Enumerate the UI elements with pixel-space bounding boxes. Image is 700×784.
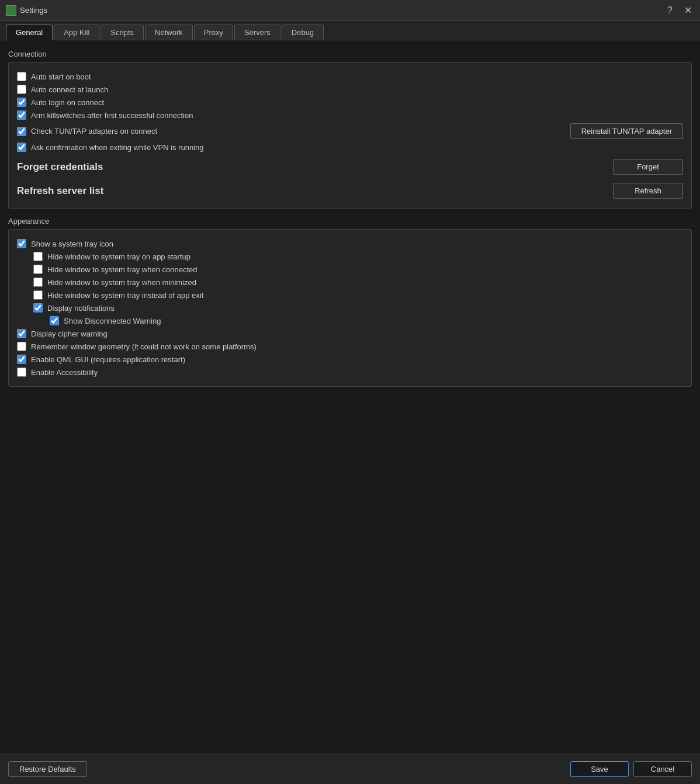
hide-when-connected-row: Hide window to system tray when connecte… (17, 265, 683, 274)
display-cipher-warning-checkbox[interactable] (17, 329, 26, 338)
ask-confirmation-checkbox[interactable] (17, 143, 26, 152)
save-button[interactable]: Save (570, 761, 629, 777)
arm-killswitches-checkbox[interactable] (17, 110, 26, 120)
hide-instead-of-exit-row: Hide window to system tray instead of ap… (17, 290, 683, 300)
show-disconnected-warning-checkbox[interactable] (50, 316, 59, 325)
close-button[interactable]: ✕ (682, 5, 694, 16)
tab-app-kill[interactable]: App Kill (54, 25, 99, 40)
hide-instead-of-exit-checkbox[interactable] (33, 290, 43, 300)
hide-when-minimized-row: Hide window to system tray when minimize… (17, 277, 683, 287)
enable-accessibility-label[interactable]: Enable Accessibility (31, 368, 98, 377)
refresh-button[interactable]: Refresh (613, 183, 683, 199)
hide-when-connected-checkbox[interactable] (33, 265, 43, 274)
display-notifications-row: Display notifications (17, 303, 683, 313)
enable-accessibility-row: Enable Accessibility (17, 367, 683, 377)
bottom-bar: Restore Defaults Save Cancel (0, 754, 700, 784)
display-notifications-checkbox[interactable] (33, 303, 43, 313)
remember-window-geometry-label[interactable]: Remember window geometry (it could not w… (31, 342, 257, 351)
appearance-section-box: Show a system tray icon Hide window to s… (8, 229, 692, 387)
check-tun-tap-checkbox-row: Check TUN/TAP adapters on connect (17, 127, 570, 136)
enable-accessibility-checkbox[interactable] (17, 367, 26, 377)
tab-general[interactable]: General (6, 25, 53, 40)
remember-window-geometry-row: Remember window geometry (it could not w… (17, 342, 683, 351)
show-tray-icon-checkbox[interactable] (17, 239, 26, 248)
show-tray-icon-label[interactable]: Show a system tray icon (31, 240, 113, 248)
hide-when-connected-label[interactable]: Hide window to system tray when connecte… (47, 265, 197, 274)
tab-servers[interactable]: Servers (234, 25, 280, 40)
display-cipher-warning-row: Display cipher warning (17, 329, 683, 338)
display-notifications-label[interactable]: Display notifications (47, 304, 115, 313)
auto-login-on-connect-row: Auto login on connect (17, 98, 683, 107)
cancel-button[interactable]: Cancel (633, 761, 692, 777)
app-icon (6, 5, 16, 16)
auto-start-on-boot-checkbox[interactable] (17, 72, 26, 81)
main-content: Connection Auto start on boot Auto conne… (0, 40, 700, 754)
hide-on-startup-label[interactable]: Hide window to system tray on app startu… (47, 252, 190, 261)
refresh-server-list-label: Refresh server list (17, 185, 103, 197)
titlebar: Settings ? ✕ (0, 0, 700, 21)
connection-section-label: Connection (8, 50, 692, 58)
titlebar-controls: ? ✕ (665, 5, 694, 16)
titlebar-title: Settings (20, 6, 47, 15)
tab-debug[interactable]: Debug (282, 25, 324, 40)
ask-confirmation-label[interactable]: Ask confirmation when exiting while VPN … (31, 143, 204, 152)
check-tun-tap-label[interactable]: Check TUN/TAP adapters on connect (31, 127, 157, 136)
check-tun-tap-row: Check TUN/TAP adapters on connect Reinst… (17, 123, 683, 139)
ask-confirmation-row: Ask confirmation when exiting while VPN … (17, 143, 683, 152)
hide-on-startup-checkbox[interactable] (33, 252, 43, 261)
show-tray-icon-row: Show a system tray icon (17, 239, 683, 248)
tab-proxy[interactable]: Proxy (194, 25, 233, 40)
arm-killswitches-row: Arm killswitches after first successful … (17, 110, 683, 120)
hide-instead-of-exit-label[interactable]: Hide window to system tray instead of ap… (47, 291, 203, 300)
display-cipher-warning-label[interactable]: Display cipher warning (31, 329, 108, 338)
forget-button[interactable]: Forget (613, 159, 683, 175)
connection-section-box: Auto start on boot Auto connect at launc… (8, 62, 692, 209)
auto-connect-at-launch-row: Auto connect at launch (17, 85, 683, 94)
reinstall-tun-tap-button[interactable]: Reinstall TUN/TAP adapter (570, 123, 683, 139)
auto-start-on-boot-label[interactable]: Auto start on boot (31, 72, 91, 81)
forget-credentials-row: Forget credentials Forget (17, 158, 683, 176)
auto-start-on-boot-row: Auto start on boot (17, 72, 683, 81)
auto-connect-at-launch-label[interactable]: Auto connect at launch (31, 85, 108, 94)
enable-qml-gui-row: Enable QML GUI (requires application res… (17, 355, 683, 364)
show-disconnected-warning-label[interactable]: Show Disconnected Warning (64, 317, 161, 325)
restore-defaults-button[interactable]: Restore Defaults (8, 761, 87, 777)
help-button[interactable]: ? (665, 5, 675, 16)
remember-window-geometry-checkbox[interactable] (17, 342, 26, 351)
hide-when-minimized-checkbox[interactable] (33, 277, 43, 287)
auto-login-on-connect-label[interactable]: Auto login on connect (31, 98, 104, 107)
tabs-bar: General App Kill Scripts Network Proxy S… (0, 21, 700, 40)
refresh-server-list-row: Refresh server list Refresh (17, 182, 683, 200)
check-tun-tap-checkbox[interactable] (17, 127, 26, 136)
tab-network[interactable]: Network (145, 25, 193, 40)
enable-qml-gui-checkbox[interactable] (17, 355, 26, 364)
appearance-section-label: Appearance (8, 217, 692, 226)
hide-when-minimized-label[interactable]: Hide window to system tray when minimize… (47, 278, 196, 287)
auto-login-on-connect-checkbox[interactable] (17, 98, 26, 107)
bottom-bar-right: Save Cancel (570, 761, 692, 777)
auto-connect-at-launch-checkbox[interactable] (17, 85, 26, 94)
show-disconnected-warning-row: Show Disconnected Warning (17, 316, 683, 325)
forget-credentials-label: Forget credentials (17, 161, 103, 173)
hide-on-startup-row: Hide window to system tray on app startu… (17, 252, 683, 261)
enable-qml-gui-label[interactable]: Enable QML GUI (requires application res… (31, 355, 185, 364)
tab-scripts[interactable]: Scripts (101, 25, 144, 40)
arm-killswitches-label[interactable]: Arm killswitches after first successful … (31, 111, 193, 120)
titlebar-left: Settings (6, 5, 47, 16)
